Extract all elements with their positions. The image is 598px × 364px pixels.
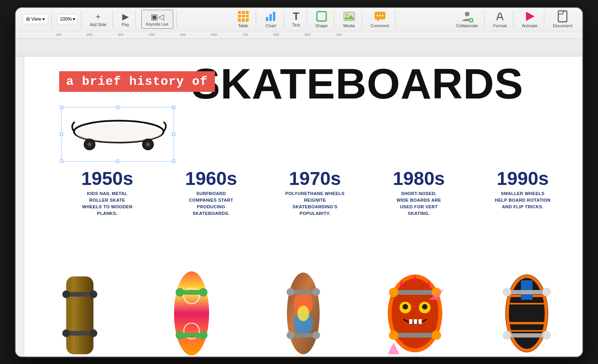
board-1960s-img <box>136 269 248 357</box>
zoom-button[interactable]: 100% ▾ <box>57 14 78 24</box>
svg-point-47 <box>176 331 184 339</box>
handle-ml[interactable] <box>60 133 63 136</box>
board-1990s-img <box>471 269 582 357</box>
svg-point-36 <box>62 290 70 298</box>
play-button[interactable]: ▶ Play <box>118 10 132 28</box>
text-button[interactable]: T Text <box>289 9 303 29</box>
svg-point-88 <box>503 288 511 296</box>
table-button[interactable]: Table <box>234 9 253 30</box>
text-group: T Text <box>286 11 307 28</box>
svg-point-63 <box>403 304 408 309</box>
svg-marker-21 <box>526 12 535 21</box>
ruler-mark-500: 500 <box>167 33 199 37</box>
ruler-mark-700: 700 <box>230 33 261 37</box>
board-1980s-svg <box>382 269 448 357</box>
keynote-live-group: ▣◁ Keynote Live <box>138 11 177 28</box>
ruler-mark-600: 600 <box>199 33 230 37</box>
collaborate-button[interactable]: Collaborate <box>453 9 481 30</box>
svg-point-10 <box>346 14 348 16</box>
handle-mr[interactable] <box>172 133 175 136</box>
play-icon: ▶ <box>122 12 129 22</box>
document-button[interactable]: Document <box>550 9 575 30</box>
decade-1960s-desc: SURFBOARD COMPANIES START PRODUCING SKAT… <box>189 190 233 217</box>
svg-point-37 <box>90 290 97 298</box>
board-1950s-svg <box>55 269 105 357</box>
view-icon: ⊞ <box>26 16 30 22</box>
ruler-mark-1000: 100 <box>323 33 354 37</box>
decade-1960s-year: 1960s <box>185 169 237 188</box>
svg-rect-71 <box>392 290 438 295</box>
mac-frame: ⊞ View ▾ 100% ▾ + Add Slide <box>15 7 583 357</box>
zoom-group: 100% ▾ <box>54 11 81 28</box>
board-1970s-img <box>248 269 359 357</box>
svg-rect-86 <box>505 290 548 294</box>
media-label: Media <box>343 23 355 28</box>
ruler-mark-100: 100 <box>43 33 74 37</box>
shape-icon <box>315 10 328 23</box>
badge-text: a brief history of <box>66 74 208 89</box>
svg-point-91 <box>542 331 551 339</box>
format-button[interactable]: Format <box>490 9 510 30</box>
vertical-ruler: 100 200 300 400 500 <box>16 56 24 357</box>
handle-br[interactable] <box>172 160 175 163</box>
svg-point-39 <box>90 329 97 337</box>
handle-bl[interactable] <box>60 160 63 163</box>
animate-button[interactable]: Animate <box>519 9 541 30</box>
chart-icon <box>265 10 277 23</box>
text-label: Text <box>292 23 300 27</box>
keynote-live-label: Keynote Live <box>146 22 169 26</box>
ruler-mark-900: 900 <box>292 33 323 37</box>
svg-point-76 <box>432 331 441 340</box>
board-1990s-svg <box>498 269 556 357</box>
svg-point-45 <box>176 288 184 297</box>
svg-point-13 <box>376 15 378 16</box>
table-icon <box>237 10 250 23</box>
view-button[interactable]: ⊞ View ▾ <box>23 14 48 24</box>
comment-group: Comment <box>364 11 396 28</box>
svg-point-60 <box>392 278 438 348</box>
keynote-live-icon: ▣◁ <box>151 12 164 21</box>
skateboards-title: SKATEBOARDS <box>192 61 579 106</box>
table-label: Table <box>238 23 248 28</box>
svg-rect-7 <box>273 12 275 21</box>
decade-1990s-year: 1990s <box>497 169 549 188</box>
format-label: Format <box>493 23 507 28</box>
svg-rect-8 <box>317 12 326 21</box>
slide-canvas[interactable]: a brief history of SKATEBOARDS <box>24 56 582 357</box>
view-arrow: ▾ <box>42 16 45 22</box>
add-slide-button[interactable]: + Add Slide <box>87 10 110 28</box>
toolbar-top: ⊞ View ▾ 100% ▾ + Add Slide <box>16 8 582 31</box>
decade-1970s: 1970s POLYURETHANE WHEELS REIGNITE SKATE… <box>263 169 367 217</box>
chart-button[interactable]: Chart <box>262 9 280 30</box>
svg-point-38 <box>62 329 70 337</box>
animate-label: Animate <box>522 23 538 28</box>
svg-marker-12 <box>377 19 379 22</box>
handle-tl[interactable] <box>60 106 63 109</box>
handle-tr[interactable] <box>172 106 175 109</box>
svg-rect-65 <box>409 319 412 324</box>
decade-1980s-desc: SHORT-NOSED, WIDE BOARDS ARE USED FOR VE… <box>396 190 441 217</box>
decade-1970s-desc: POLYURETHANE WHEELS REIGNITE SKATEBOARDI… <box>285 190 345 217</box>
media-button[interactable]: Media <box>340 9 359 30</box>
svg-point-15 <box>382 15 383 16</box>
bottom-boards <box>24 269 582 357</box>
selection-box[interactable] <box>61 107 174 162</box>
slide-content: a brief history of SKATEBOARDS <box>24 56 582 357</box>
handle-tm[interactable] <box>116 106 119 109</box>
svg-point-52 <box>297 306 309 321</box>
handle-bm[interactable] <box>116 160 119 163</box>
keynote-live-button[interactable]: ▣◁ Keynote Live <box>141 10 173 29</box>
ruler-mark-400: 400 <box>136 33 167 37</box>
decade-1950s: 1950s KIDS NAIL METAL ROLLER SKATE WHEEL… <box>55 169 159 217</box>
play-group: ▶ Play <box>115 11 135 28</box>
ruler-mark-800: 800 <box>261 33 292 37</box>
svg-point-73 <box>389 288 398 297</box>
text-icon: T <box>293 11 299 22</box>
svg-point-40 <box>174 271 209 355</box>
svg-point-48 <box>199 331 208 339</box>
comment-button[interactable]: Comment <box>368 9 392 30</box>
animate-group: Animate <box>516 11 544 28</box>
format-group: Format <box>487 11 514 28</box>
shape-button[interactable]: Shape <box>312 9 331 30</box>
media-group: Media <box>337 11 362 28</box>
